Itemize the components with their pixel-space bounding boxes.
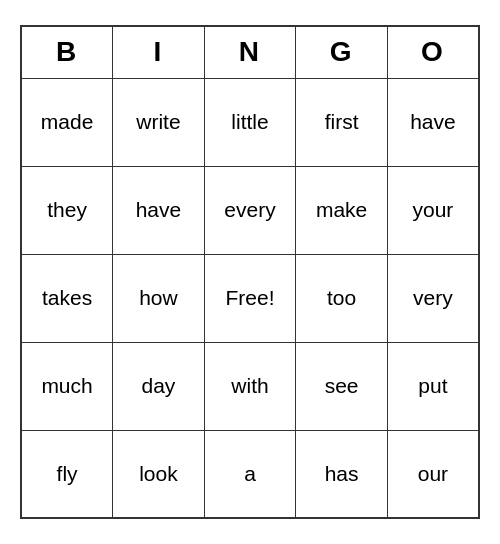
header-row: BINGO xyxy=(21,26,479,78)
bingo-cell-0-1: write xyxy=(113,78,205,166)
bingo-cell-4-1: look xyxy=(113,430,205,518)
bingo-cell-2-1: how xyxy=(113,254,205,342)
bingo-row-3: muchdaywithseeput xyxy=(21,342,479,430)
bingo-row-4: flylookahasour xyxy=(21,430,479,518)
header-letter-i: I xyxy=(113,26,205,78)
bingo-row-0: madewritelittlefirsthave xyxy=(21,78,479,166)
header-letter-g: G xyxy=(296,26,388,78)
bingo-cell-3-2: with xyxy=(204,342,296,430)
bingo-cell-0-4: have xyxy=(387,78,479,166)
bingo-cell-0-0: made xyxy=(21,78,113,166)
bingo-cell-3-4: put xyxy=(387,342,479,430)
bingo-row-2: takeshowFree!toovery xyxy=(21,254,479,342)
header-letter-b: B xyxy=(21,26,113,78)
bingo-cell-4-3: has xyxy=(296,430,388,518)
bingo-cell-1-4: your xyxy=(387,166,479,254)
bingo-cell-2-3: too xyxy=(296,254,388,342)
bingo-cell-4-0: fly xyxy=(21,430,113,518)
bingo-cell-2-0: takes xyxy=(21,254,113,342)
bingo-cell-2-2: Free! xyxy=(204,254,296,342)
bingo-cell-3-0: much xyxy=(21,342,113,430)
bingo-cell-3-1: day xyxy=(113,342,205,430)
bingo-cell-1-1: have xyxy=(113,166,205,254)
bingo-cell-1-2: every xyxy=(204,166,296,254)
bingo-card: BINGO madewritelittlefirsthavetheyhaveev… xyxy=(20,25,480,519)
bingo-cell-0-2: little xyxy=(204,78,296,166)
bingo-cell-1-0: they xyxy=(21,166,113,254)
bingo-cell-2-4: very xyxy=(387,254,479,342)
bingo-row-1: theyhaveeverymakeyour xyxy=(21,166,479,254)
header-letter-n: N xyxy=(204,26,296,78)
bingo-cell-3-3: see xyxy=(296,342,388,430)
header-letter-o: O xyxy=(387,26,479,78)
bingo-cell-0-3: first xyxy=(296,78,388,166)
bingo-cell-4-2: a xyxy=(204,430,296,518)
bingo-cell-1-3: make xyxy=(296,166,388,254)
bingo-cell-4-4: our xyxy=(387,430,479,518)
